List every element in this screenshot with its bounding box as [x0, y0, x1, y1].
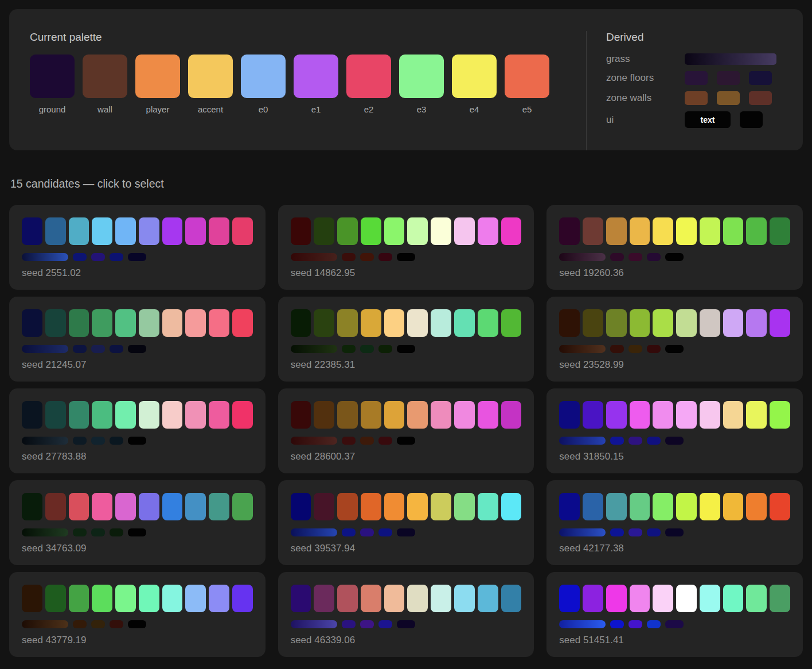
palette-swatch-label: e1: [294, 104, 338, 114]
derived-preview-row: [22, 620, 253, 628]
candidate-color-swatch: [746, 217, 767, 245]
derived-mini-chip: [360, 528, 374, 536]
candidate-color-swatch: [361, 493, 381, 520]
candidate-card[interactable]: seed 28600.37: [278, 388, 534, 473]
candidate-color-swatch: [454, 585, 475, 612]
candidate-color-swatch: [653, 585, 673, 612]
accent-color-swatch: [188, 55, 233, 98]
candidate-color-swatch: [583, 401, 603, 429]
derived-mini-chip: [110, 345, 123, 353]
palette-swatch-label: wall: [83, 104, 127, 114]
candidate-color-swatch: [291, 217, 311, 245]
candidate-card[interactable]: seed 21245.07: [9, 297, 266, 382]
candidate-color-swatch: [361, 217, 381, 245]
derived-mini-chip: [628, 253, 642, 261]
candidate-color-swatch: [606, 585, 627, 612]
candidate-card[interactable]: seed 19260.36: [546, 205, 803, 290]
candidate-swatch-row: [559, 585, 790, 612]
candidate-card[interactable]: seed 14862.95: [278, 205, 534, 290]
derived-mini-chip: [610, 528, 624, 536]
derived-mini-chip: [628, 345, 642, 353]
candidate-card[interactable]: seed 51451.41: [546, 572, 803, 657]
candidate-card[interactable]: seed 31850.15: [546, 388, 803, 473]
candidate-color-swatch: [92, 585, 112, 612]
candidate-card[interactable]: seed 27783.88: [9, 388, 266, 473]
candidate-color-swatch: [431, 493, 451, 520]
derived-row-label: ui: [606, 114, 685, 126]
candidate-color-swatch: [559, 401, 580, 429]
candidate-color-swatch: [337, 493, 358, 520]
derived-preview-row: [22, 345, 253, 353]
candidate-color-swatch: [291, 309, 311, 337]
seed-label: seed 22385.31: [291, 359, 522, 371]
candidate-color-swatch: [162, 401, 183, 429]
derived-row-swatches: [685, 71, 781, 85]
candidate-color-swatch: [162, 585, 183, 612]
candidate-color-swatch: [22, 493, 42, 520]
derived-gradient-chip: [291, 620, 337, 628]
candidate-color-swatch: [45, 309, 66, 337]
derived-gradient-chip: [559, 528, 606, 536]
candidate-card[interactable]: seed 42177.38: [546, 480, 803, 565]
derived-mini-chip: [647, 620, 661, 628]
candidate-card[interactable]: seed 22385.31: [278, 297, 534, 382]
candidate-color-swatch: [384, 585, 405, 612]
derived-row-ui: uitext: [606, 111, 782, 128]
candidate-color-swatch: [746, 309, 767, 337]
candidate-color-swatch: [431, 401, 451, 429]
candidate-color-swatch: [337, 585, 358, 612]
derived-chip: [685, 91, 708, 105]
candidate-color-swatch: [384, 401, 405, 429]
candidate-color-swatch: [209, 217, 229, 245]
palette-entry-e2: e2: [346, 55, 391, 114]
candidate-swatch-row: [559, 217, 790, 245]
derived-row-zone-floors: zone floors: [606, 71, 782, 85]
candidate-color-swatch: [361, 401, 381, 429]
candidate-color-swatch: [700, 493, 720, 520]
candidate-color-swatch: [407, 493, 428, 520]
e3-color-swatch: [399, 55, 444, 98]
ground-color-swatch: [30, 55, 75, 98]
candidate-card[interactable]: seed 46339.06: [278, 572, 534, 657]
candidate-color-swatch: [746, 493, 767, 520]
derived-gradient-chip: [22, 528, 68, 536]
candidate-color-swatch: [384, 493, 405, 520]
candidate-color-swatch: [115, 585, 136, 612]
derived-gradient-chip: [559, 437, 606, 445]
derived-preview-row: [22, 528, 253, 536]
candidate-card[interactable]: seed 39537.94: [278, 480, 534, 565]
derived-preview-row: [291, 437, 522, 445]
candidate-color-swatch: [700, 401, 720, 429]
palette-entry-e0: e0: [241, 55, 286, 114]
derived-preview-row: [22, 437, 253, 445]
derived-mini-chip: [342, 528, 356, 536]
candidate-swatch-row: [291, 401, 522, 429]
derived-mini-chip: [73, 253, 87, 261]
candidate-color-swatch: [676, 493, 697, 520]
candidate-color-swatch: [583, 217, 603, 245]
candidate-card[interactable]: seed 43779.19: [9, 572, 266, 657]
ui-text-chip: text: [685, 111, 731, 128]
derived-mini-chip: [91, 253, 105, 261]
candidate-color-swatch: [723, 217, 744, 245]
derived-mini-chip: [360, 620, 374, 628]
candidate-color-swatch: [630, 401, 650, 429]
candidate-color-swatch: [69, 401, 89, 429]
derived-mini-chip: [647, 345, 661, 353]
candidate-color-swatch: [501, 493, 522, 520]
seed-label: seed 27783.88: [22, 451, 253, 462]
candidate-card[interactable]: seed 2551.02: [9, 205, 266, 290]
seed-label: seed 46339.06: [291, 635, 522, 646]
candidate-color-swatch: [162, 309, 183, 337]
candidate-card[interactable]: seed 34763.09: [9, 480, 266, 565]
candidate-color-swatch: [606, 493, 627, 520]
candidate-color-swatch: [770, 585, 790, 612]
derived-mini-chip: [397, 253, 415, 261]
candidate-color-swatch: [115, 401, 136, 429]
derived-gradient-chip: [559, 345, 606, 353]
candidate-color-swatch: [700, 309, 720, 337]
derived-mini-chip: [665, 620, 684, 628]
current-palette-section: Current palette groundwallplayeraccente0…: [30, 31, 549, 150]
candidate-card[interactable]: seed 23528.99: [546, 297, 803, 382]
seed-label: seed 28600.37: [291, 451, 522, 462]
